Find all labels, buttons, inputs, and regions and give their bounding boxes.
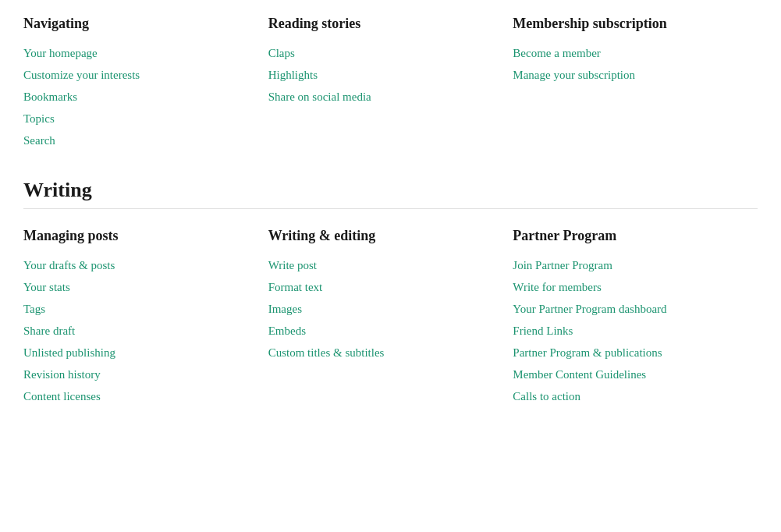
navigating-list: Your homepage Customize your interests B… bbox=[23, 46, 253, 147]
list-item: Highlights bbox=[268, 68, 498, 82]
writing-link-4[interactable]: Embeds bbox=[268, 325, 306, 337]
writing-editing-title: Writing & editing bbox=[268, 228, 498, 244]
writing-link-3[interactable]: Images bbox=[268, 303, 302, 315]
list-item: Custom titles & subtitles bbox=[268, 346, 498, 360]
navigating-link-5[interactable]: Search bbox=[23, 134, 55, 147]
reading-link-2[interactable]: Highlights bbox=[268, 69, 318, 81]
list-item: Claps bbox=[268, 46, 498, 60]
managing-posts-title: Managing posts bbox=[23, 228, 253, 244]
membership-column: Membership subscription Become a member … bbox=[513, 16, 758, 147]
list-item: Join Partner Program bbox=[513, 258, 742, 272]
managing-link-5[interactable]: Unlisted publishing bbox=[23, 346, 115, 359]
list-item: Images bbox=[268, 302, 498, 316]
reading-link-3[interactable]: Share on social media bbox=[268, 90, 371, 103]
list-item: Unlisted publishing bbox=[23, 346, 253, 360]
list-item: Your drafts & posts bbox=[23, 258, 253, 272]
partner-link-7[interactable]: Calls to action bbox=[513, 390, 580, 403]
writing-section: Writing Managing posts Your drafts & pos… bbox=[23, 179, 758, 403]
membership-link-2[interactable]: Manage your subscription bbox=[513, 69, 635, 81]
managing-posts-column: Managing posts Your drafts & posts Your … bbox=[23, 228, 268, 403]
managing-link-1[interactable]: Your drafts & posts bbox=[23, 259, 115, 271]
writing-link-5[interactable]: Custom titles & subtitles bbox=[268, 346, 385, 359]
top-section: Navigating Your homepage Customize your … bbox=[23, 16, 758, 147]
navigating-link-2[interactable]: Customize your interests bbox=[23, 69, 140, 81]
list-item: Become a member bbox=[513, 46, 742, 60]
list-item: Partner Program & publications bbox=[513, 346, 742, 360]
list-item: Member Content Guidelines bbox=[513, 367, 742, 381]
list-item: Embeds bbox=[268, 324, 498, 338]
managing-link-3[interactable]: Tags bbox=[23, 303, 45, 315]
navigating-link-3[interactable]: Bookmarks bbox=[23, 90, 77, 103]
partner-link-2[interactable]: Write for members bbox=[513, 281, 602, 293]
navigating-column: Navigating Your homepage Customize your … bbox=[23, 16, 268, 147]
list-item: Friend Links bbox=[513, 324, 742, 338]
list-item: Write for members bbox=[513, 280, 742, 294]
list-item: Content licenses bbox=[23, 389, 253, 403]
list-item: Calls to action bbox=[513, 389, 742, 403]
list-item: Share on social media bbox=[268, 90, 498, 104]
list-item: Your stats bbox=[23, 280, 253, 294]
list-item: Search bbox=[23, 133, 253, 147]
list-item: Tags bbox=[23, 302, 253, 316]
list-item: Format text bbox=[268, 280, 498, 294]
managing-link-4[interactable]: Share draft bbox=[23, 325, 75, 337]
list-item: Topics bbox=[23, 112, 253, 126]
managing-link-2[interactable]: Your stats bbox=[23, 281, 70, 293]
list-item: Customize your interests bbox=[23, 68, 253, 82]
list-item: Your homepage bbox=[23, 46, 253, 60]
navigating-title: Navigating bbox=[23, 16, 253, 32]
top-columns: Navigating Your homepage Customize your … bbox=[23, 16, 758, 147]
list-item: Your Partner Program dashboard bbox=[513, 302, 742, 316]
list-item: Revision history bbox=[23, 367, 253, 381]
partner-link-6[interactable]: Member Content Guidelines bbox=[513, 368, 646, 381]
writing-editing-list: Write post Format text Images Embeds Cus… bbox=[268, 258, 498, 360]
section-divider bbox=[23, 208, 758, 209]
navigating-link-1[interactable]: Your homepage bbox=[23, 47, 98, 59]
writing-columns: Managing posts Your drafts & posts Your … bbox=[23, 228, 758, 403]
list-item: Manage your subscription bbox=[513, 68, 742, 82]
writing-link-1[interactable]: Write post bbox=[268, 259, 317, 271]
partner-program-column: Partner Program Join Partner Program Wri… bbox=[513, 228, 758, 403]
list-item: Bookmarks bbox=[23, 90, 253, 104]
membership-title: Membership subscription bbox=[513, 16, 742, 32]
reading-link-1[interactable]: Claps bbox=[268, 47, 295, 59]
managing-posts-list: Your drafts & posts Your stats Tags Shar… bbox=[23, 258, 253, 403]
managing-link-6[interactable]: Revision history bbox=[23, 368, 101, 381]
partner-link-5[interactable]: Partner Program & publications bbox=[513, 346, 662, 359]
partner-link-1[interactable]: Join Partner Program bbox=[513, 259, 612, 271]
reading-stories-column: Reading stories Claps Highlights Share o… bbox=[268, 16, 513, 147]
writing-link-2[interactable]: Format text bbox=[268, 281, 323, 293]
partner-program-title: Partner Program bbox=[513, 228, 742, 244]
list-item: Write post bbox=[268, 258, 498, 272]
writing-section-title: Writing bbox=[23, 179, 758, 202]
list-item: Share draft bbox=[23, 324, 253, 338]
writing-editing-column: Writing & editing Write post Format text… bbox=[268, 228, 513, 403]
membership-list: Become a member Manage your subscription bbox=[513, 46, 742, 82]
partner-link-3[interactable]: Your Partner Program dashboard bbox=[513, 303, 666, 315]
navigating-link-4[interactable]: Topics bbox=[23, 112, 55, 125]
partner-program-list: Join Partner Program Write for members Y… bbox=[513, 258, 742, 403]
reading-stories-title: Reading stories bbox=[268, 16, 498, 32]
managing-link-7[interactable]: Content licenses bbox=[23, 390, 101, 403]
membership-link-1[interactable]: Become a member bbox=[513, 47, 600, 59]
reading-stories-list: Claps Highlights Share on social media bbox=[268, 46, 498, 104]
partner-link-4[interactable]: Friend Links bbox=[513, 325, 573, 337]
